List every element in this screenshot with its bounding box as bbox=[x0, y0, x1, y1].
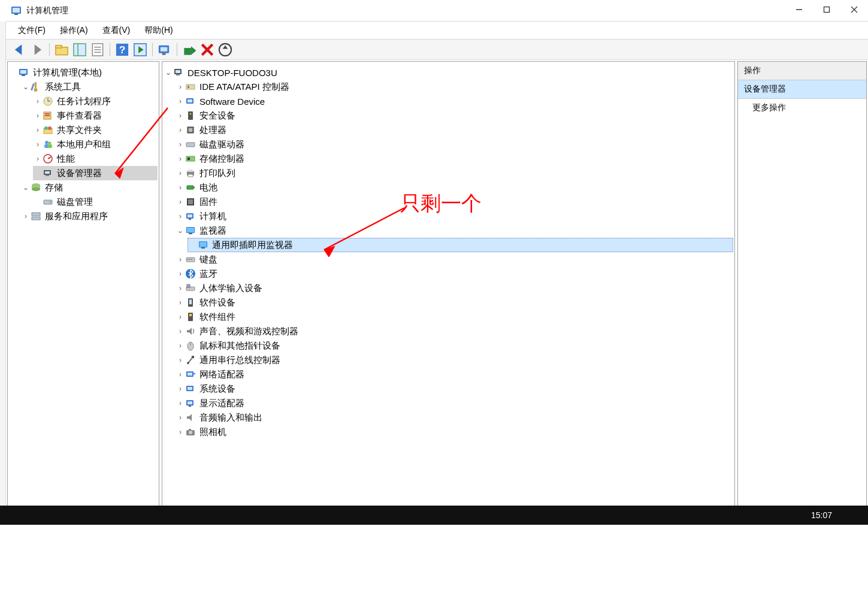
device-tree-pane[interactable]: DESKTOP-FUODO3U IDE ATA/ATAPI 控制器 Softwa… bbox=[162, 61, 735, 524]
tree-label: 鼠标和其他指针设备 bbox=[199, 340, 280, 352]
camera-icon bbox=[185, 427, 196, 437]
tree-services-apps[interactable]: 服务和应用程序 bbox=[21, 209, 158, 223]
menu-action[interactable]: 操作(A) bbox=[53, 23, 95, 38]
device-keyboard[interactable]: 键盘 bbox=[176, 252, 733, 267]
tree-label: 存储控制器 bbox=[199, 153, 244, 165]
svg-point-34 bbox=[34, 88, 38, 92]
svg-rect-65 bbox=[187, 86, 189, 88]
menubar: 文件(F) 操作(A) 查看(V) 帮助(H) bbox=[6, 22, 868, 40]
tree-label: 设备管理器 bbox=[57, 168, 102, 179]
device-audio-io[interactable]: 音频输入和输出 bbox=[176, 410, 733, 425]
device-battery[interactable]: 电池 bbox=[176, 180, 733, 195]
device-software-device[interactable]: Software Device bbox=[176, 94, 733, 108]
tree-label: 监视器 bbox=[199, 225, 226, 237]
tree-device-manager[interactable]: 设备管理器 bbox=[33, 166, 158, 180]
svg-rect-72 bbox=[186, 143, 195, 147]
tree-shared-folders[interactable]: 共享文件夹 bbox=[33, 123, 158, 137]
device-root[interactable]: DESKTOP-FUODO3U bbox=[164, 65, 733, 80]
svg-rect-90 bbox=[201, 247, 205, 249]
ide-icon bbox=[185, 81, 196, 92]
svg-rect-31 bbox=[20, 70, 26, 74]
menu-help[interactable]: 帮助(H) bbox=[137, 23, 180, 38]
device-firmware[interactable]: 固件 bbox=[176, 195, 733, 209]
clock-icon bbox=[43, 96, 53, 107]
device-camera[interactable]: 照相机 bbox=[176, 425, 733, 439]
svg-point-56 bbox=[32, 187, 40, 191]
actions-more[interactable]: 更多操作 bbox=[738, 99, 866, 117]
show-hide-tree-button[interactable] bbox=[71, 42, 88, 58]
app-icon bbox=[11, 5, 22, 16]
svg-point-69 bbox=[190, 113, 192, 115]
actions-pane: 操作 设备管理器 更多操作 bbox=[737, 61, 867, 524]
tree-storage[interactable]: 存储 bbox=[21, 180, 158, 195]
keyboard-icon bbox=[185, 254, 196, 265]
menu-view[interactable]: 查看(V) bbox=[95, 23, 138, 38]
tree-label: 键盘 bbox=[199, 254, 217, 265]
device-cpu[interactable]: 处理器 bbox=[176, 123, 733, 137]
svg-rect-23 bbox=[162, 53, 166, 55]
device-soft-comp[interactable]: 软件组件 bbox=[176, 310, 733, 324]
event-viewer-icon bbox=[43, 110, 53, 121]
computer-icon bbox=[173, 67, 184, 78]
device-sound[interactable]: 声音、视频和游戏控制器 bbox=[176, 324, 733, 338]
device-bluetooth[interactable]: 蓝牙 bbox=[176, 267, 733, 281]
tree-label: 系统工具 bbox=[45, 81, 81, 93]
device-hid[interactable]: 人体学输入设备 bbox=[176, 281, 733, 295]
svg-point-118 bbox=[189, 431, 192, 434]
device-ide[interactable]: IDE ATA/ATAPI 控制器 bbox=[176, 80, 733, 94]
svg-rect-79 bbox=[193, 187, 195, 188]
device-sys-dev[interactable]: 系统设备 bbox=[176, 382, 733, 396]
svg-rect-86 bbox=[187, 228, 194, 232]
tree-label: 计算机 bbox=[199, 211, 226, 222]
device-pnp-monitor[interactable]: 通用即插即用监视器 bbox=[187, 238, 733, 252]
minimize-button[interactable] bbox=[785, 0, 813, 19]
device-soft-dev[interactable]: 软件设备 bbox=[176, 295, 733, 310]
tree-performance[interactable]: 性能 bbox=[33, 152, 158, 166]
tree-label: 计算机管理(本地) bbox=[33, 67, 102, 78]
tree-label: 软件设备 bbox=[199, 297, 235, 308]
device-security[interactable]: 安全设备 bbox=[176, 108, 733, 123]
enable-device-button[interactable] bbox=[181, 42, 198, 58]
forward-button[interactable] bbox=[29, 42, 46, 58]
tree-label: 蓝牙 bbox=[199, 268, 217, 280]
action-button[interactable] bbox=[132, 42, 149, 58]
properties-button[interactable] bbox=[89, 42, 106, 58]
tree-system-tools[interactable]: 系统工具 bbox=[21, 80, 158, 94]
menu-file[interactable]: 文件(F) bbox=[11, 23, 53, 38]
uninstall-device-button[interactable] bbox=[199, 42, 216, 58]
scope-pane[interactable]: 计算机管理(本地) 系统工具 任务计划程序 事件查看器 共享文件夹 bbox=[7, 61, 159, 524]
tree-root-computer-management[interactable]: 计算机管理(本地) bbox=[9, 65, 158, 80]
tree-disk-mgmt[interactable]: 磁盘管理 bbox=[33, 195, 158, 209]
device-network[interactable]: 网络适配器 bbox=[176, 367, 733, 382]
up-button[interactable] bbox=[53, 42, 70, 58]
tree-task-scheduler[interactable]: 任务计划程序 bbox=[33, 94, 158, 108]
shared-folders-icon bbox=[43, 125, 53, 135]
tree-event-viewer[interactable]: 事件查看器 bbox=[33, 108, 158, 123]
scan-hardware-button[interactable] bbox=[156, 42, 173, 58]
cpu-icon bbox=[185, 125, 196, 135]
maximize-button[interactable] bbox=[813, 0, 840, 19]
device-storage-ctrl[interactable]: 存储控制器 bbox=[176, 152, 733, 166]
tree-label: 服务和应用程序 bbox=[45, 211, 108, 222]
svg-rect-40 bbox=[45, 113, 50, 114]
device-mouse[interactable]: 鼠标和其他指针设备 bbox=[176, 338, 733, 353]
device-usb[interactable]: 通用串行总线控制器 bbox=[176, 353, 733, 367]
close-button[interactable] bbox=[840, 0, 868, 19]
help-button[interactable]: ? bbox=[114, 42, 131, 58]
monitor-icon bbox=[198, 240, 208, 250]
svg-point-45 bbox=[45, 141, 49, 144]
back-button[interactable] bbox=[11, 42, 28, 58]
svg-rect-77 bbox=[188, 174, 193, 177]
svg-rect-97 bbox=[187, 285, 190, 288]
device-disk-drive[interactable]: 磁盘驱动器 bbox=[176, 137, 733, 152]
device-display[interactable]: 显示适配器 bbox=[176, 396, 733, 410]
device-print-queue[interactable]: 打印队列 bbox=[176, 166, 733, 180]
svg-rect-52 bbox=[45, 171, 50, 174]
tree-local-users[interactable]: 本地用户和组 bbox=[33, 137, 158, 152]
device-monitor[interactable]: 监视器 bbox=[176, 223, 733, 238]
update-driver-button[interactable] bbox=[217, 42, 234, 58]
battery-icon bbox=[185, 182, 196, 193]
svg-rect-10 bbox=[56, 45, 62, 47]
device-computer[interactable]: 计算机 bbox=[176, 209, 733, 223]
tree-label: DESKTOP-FUODO3U bbox=[187, 68, 277, 78]
